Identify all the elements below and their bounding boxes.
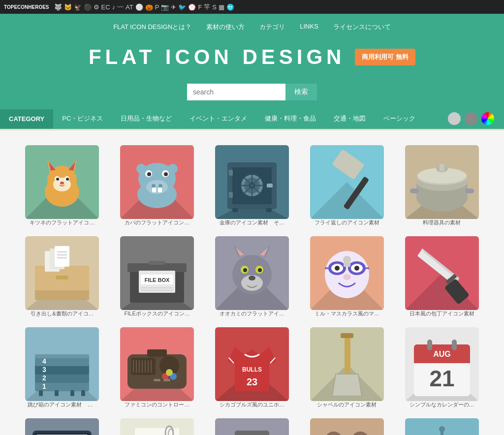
list-item[interactable]: ミル・マスカラス風のマ… — [299, 231, 394, 322]
toolbar-icon[interactable]: 〰 — [117, 3, 124, 11]
svg-rect-58 — [56, 276, 68, 280]
list-item[interactable]: キツネのフラットアイコ… — [15, 140, 110, 231]
category-item-2[interactable]: 日用品・生物など — [112, 108, 181, 129]
toolbar-icon[interactable]: 📷 — [161, 3, 169, 11]
toolbar-icon[interactable]: 🐺 — [54, 3, 62, 11]
toolbar-icon[interactable]: EC — [101, 3, 110, 11]
svg-point-18 — [158, 184, 162, 188]
list-item[interactable]: オオカミのフラットアイ… — [205, 231, 300, 322]
color-circle-light[interactable] — [448, 112, 461, 125]
toolbar-icon[interactable]: AT — [126, 3, 133, 11]
list-item[interactable]: 金庫のアイコン素材 そ… — [205, 140, 300, 231]
toolbar-icon[interactable]: ♪ — [112, 3, 116, 11]
list-item[interactable]: 1 2 3 4 跳び箱のアイコン素材 そ… — [15, 322, 110, 413]
svg-marker-99 — [405, 273, 479, 310]
list-item[interactable]: AUG 21 シンプルなカレンダーの… — [394, 322, 489, 413]
nav-link-category[interactable]: カテゴリ — [259, 23, 285, 31]
list-item[interactable]: たぬきのフラットアイコ… — [299, 413, 394, 435]
main-nav: FLAT ICON DESIGNとは？ 素材の使い方 カテゴリ LINKS ライ… — [0, 14, 504, 129]
svg-point-24 — [168, 164, 178, 174]
toolbar-icon[interactable]: ⚙ — [94, 3, 99, 11]
svg-rect-151 — [452, 340, 457, 350]
toolbar-icon[interactable]: ✈ — [171, 3, 176, 11]
toolbar-icon[interactable]: 竿 — [204, 2, 210, 11]
svg-point-21 — [147, 172, 151, 176]
svg-rect-37 — [267, 184, 273, 187]
category-item-4[interactable]: 健康・料理・食品 — [256, 108, 325, 129]
toolbar-icon[interactable]: 🐱 — [64, 3, 72, 11]
search-button[interactable]: 検索 — [285, 84, 317, 100]
svg-point-10 — [56, 178, 59, 181]
svg-text:3: 3 — [42, 366, 46, 373]
list-item[interactable]: ファミコンのコントロー… — [110, 322, 205, 413]
nav-link-about[interactable]: FLAT ICON DESIGNとは？ — [113, 23, 191, 31]
icon-label: 金庫のアイコン素材 そ… — [220, 219, 284, 226]
svg-point-93 — [354, 266, 359, 271]
icon-label: シンプルなカレンダーの… — [410, 401, 474, 408]
category-item-1[interactable]: PC・ビジネス — [53, 108, 112, 129]
nav-link-usage[interactable]: 素材の使い方 — [206, 23, 245, 31]
icon-label: シカゴブルズ風のユニホ… — [220, 401, 284, 408]
list-item[interactable]: 日本風の包丁アイコン素材 — [394, 231, 489, 322]
toolbar-icon[interactable]: 🎃 — [145, 3, 153, 11]
icon-label: ファミコンのコントロー… — [125, 401, 189, 408]
icon-label: オオカミのフラットアイ… — [220, 310, 284, 317]
svg-rect-114 — [39, 390, 43, 396]
hero-title: FLAT ICON DESIGN — [89, 45, 346, 69]
list-item[interactable]: カバのフラットアイコン… — [110, 140, 205, 231]
toolbar-icon[interactable]: ⚫ — [84, 3, 92, 11]
svg-rect-133 — [163, 379, 170, 381]
toolbar-icon[interactable]: ▦ — [219, 3, 224, 11]
svg-rect-98 — [344, 263, 350, 267]
color-circle-multi[interactable] — [481, 112, 494, 125]
list-item[interactable]: フライ返しのアイコン素材 — [299, 140, 394, 231]
svg-rect-177 — [235, 431, 269, 435]
icon-label: FILEボックスのアイコン… — [125, 310, 190, 317]
search-input[interactable] — [187, 84, 285, 100]
toolbar-icon[interactable]: 💮 — [188, 3, 196, 11]
toolbar-icon[interactable]: ⛎ — [226, 3, 234, 11]
icon-grid: キツネのフラットアイコ… — [0, 130, 504, 435]
hero-section: FLAT ICON DESIGN 商用利用可 無料 — [0, 35, 504, 77]
svg-text:1: 1 — [42, 382, 46, 390]
svg-point-92 — [335, 266, 340, 271]
list-item[interactable]: BULLS 23 シカゴブルズ風のユニホ… — [205, 322, 300, 413]
list-item[interactable]: 料理器具の素材 — [394, 140, 489, 231]
category-item-6[interactable]: ベーシック — [375, 108, 424, 129]
list-item[interactable]: Receipt レシートのアイコン素材 — [110, 413, 205, 435]
svg-text:AUG: AUG — [433, 350, 451, 358]
svg-rect-61 — [55, 246, 69, 267]
svg-point-17 — [152, 184, 156, 188]
toolbar-icon[interactable]: P — [155, 3, 159, 11]
toolbar-icon[interactable]: S — [212, 3, 217, 11]
list-item[interactable]: imac風のデスクトップPC — [15, 413, 110, 435]
category-item-3[interactable]: イベント・エンタメ — [181, 108, 256, 129]
svg-rect-134 — [147, 349, 167, 357]
list-item[interactable]: 引き出し&書類のアイコ… — [15, 231, 110, 322]
nav-links: FLAT ICON DESIGNとは？ 素材の使い方 カテゴリ LINKS ライ… — [0, 19, 504, 35]
svg-rect-150 — [427, 340, 432, 350]
list-item[interactable]: サングラスと帽子のアイ… — [205, 413, 300, 435]
svg-point-81 — [258, 268, 262, 272]
nav-link-links[interactable]: LINKS — [300, 23, 318, 31]
list-item[interactable]: FILE BOX FILEボックスのアイコン… — [110, 231, 205, 322]
icon-label: 日本風の包丁アイコン素材 — [410, 310, 474, 317]
svg-text:23: 23 — [247, 376, 257, 387]
color-circle-dark[interactable] — [465, 112, 477, 125]
toolbar-icon[interactable]: 🦅 — [74, 3, 82, 11]
list-item[interactable]: シャベルのアイコン素材 — [299, 322, 394, 413]
category-item-5[interactable]: 交通・地図 — [325, 108, 375, 129]
svg-point-77 — [249, 276, 255, 280]
category-item-0[interactable]: CATEGORY — [0, 109, 53, 128]
list-item[interactable]: wifi機器のアイコン素材 — [394, 413, 489, 435]
icon-label: シャベルのアイコン素材 — [317, 401, 377, 408]
toolbar-icon[interactable]: F — [198, 3, 202, 11]
nav-link-license[interactable]: ライセンスについて — [333, 23, 391, 31]
svg-rect-43 — [332, 149, 365, 180]
svg-rect-73 — [149, 261, 165, 265]
hero-badge[interactable]: 商用利用可 無料 — [355, 49, 415, 65]
toolbar-icon[interactable]: 🐦 — [178, 3, 186, 11]
toolbar-icon[interactable]: ⚪ — [135, 3, 143, 11]
brand-label: TOPECONHEROES — [4, 4, 49, 10]
svg-point-131 — [166, 369, 173, 376]
